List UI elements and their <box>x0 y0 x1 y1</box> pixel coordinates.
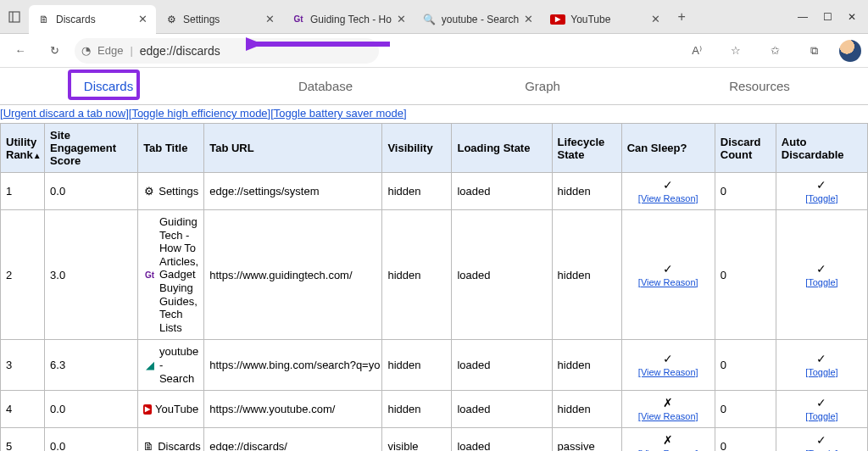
cell-rank: 4 <box>1 391 45 428</box>
close-icon[interactable]: ✕ <box>138 13 147 25</box>
cell-lifecycle: hidden <box>552 340 621 391</box>
cell-rank: 1 <box>1 173 45 210</box>
header-discard-count[interactable]: Discard Count <box>715 124 776 173</box>
browser-tab-search[interactable]: 🔍 youtube - Search ✕ <box>415 5 542 34</box>
gear-icon: ⚙ <box>164 13 178 26</box>
cell-visibility: hidden <box>382 173 452 210</box>
cell-title: ◢youtube - Search <box>138 340 204 391</box>
close-window-button[interactable]: ✕ <box>848 11 856 23</box>
header-auto-discardable[interactable]: Auto Discardable <box>776 124 867 173</box>
divider: | <box>130 44 132 57</box>
back-button[interactable]: ← <box>7 37 34 64</box>
avatar[interactable] <box>839 40 861 62</box>
browser-tab-settings[interactable]: ⚙ Settings ✕ <box>156 5 283 34</box>
tab-label: Settings <box>183 14 260 25</box>
collections-icon[interactable]: ⧉ <box>800 37 827 64</box>
view-reason-link[interactable]: [View Reason] <box>638 193 698 203</box>
browser-tab-guidingtech[interactable]: Gt Guiding Tech - Ho ✕ <box>283 5 415 34</box>
cell-auto-discardable: ✓[Toggle] <box>776 173 867 210</box>
cell-score: 6.3 <box>45 340 138 391</box>
cell-discard-count: 0 <box>715 210 776 340</box>
url-text: edge://discards <box>140 44 220 58</box>
cell-title: 🗎Discards <box>138 428 204 451</box>
toggle-link[interactable]: [Toggle] <box>805 277 838 287</box>
cell-rank: 2 <box>1 210 45 340</box>
tab-graph[interactable]: Graph <box>434 72 651 100</box>
tab-database[interactable]: Database <box>217 72 434 100</box>
header-tab-title[interactable]: Tab Title <box>138 124 204 173</box>
cell-can-sleep: ✓[View Reason] <box>621 340 715 391</box>
page-tabs: Discards Database Graph Resources <box>0 68 868 105</box>
new-tab-button[interactable]: + <box>669 9 694 25</box>
cell-rank: 5 <box>1 428 45 451</box>
tab-label: YouTube <box>570 14 646 25</box>
close-icon[interactable]: ✕ <box>651 13 660 25</box>
cell-discard-count: 0 <box>715 173 776 210</box>
header-lifecycle-state[interactable]: Lifecycle State <box>552 124 621 173</box>
header-utility-rank[interactable]: Utility Rank▲ <box>1 124 45 173</box>
read-aloud-icon[interactable]: A⁾ <box>683 37 710 64</box>
urgent-discard-link[interactable]: Urgent discard a tab now <box>3 107 126 120</box>
toggle-link[interactable]: [Toggle] <box>805 411 838 421</box>
tab-label: Guiding Tech - Ho <box>310 14 392 25</box>
view-reason-link[interactable]: [View Reason] <box>638 277 698 287</box>
view-reason-link[interactable]: [View Reason] <box>638 367 698 377</box>
cell-lifecycle: passive <box>552 428 621 451</box>
discards-table: Utility Rank▲ Site Engagement Score Tab … <box>0 123 868 451</box>
cell-rank: 3 <box>1 340 45 391</box>
table-row: 3 6.3 ◢youtube - Search https://www.bing… <box>1 340 868 391</box>
sort-asc-icon: ▲ <box>33 151 42 160</box>
minimize-button[interactable]: — <box>798 11 808 23</box>
cell-can-sleep: ✓[View Reason] <box>621 173 715 210</box>
toggle-link[interactable]: [Toggle] <box>805 367 838 377</box>
maximize-button[interactable]: ☐ <box>823 11 832 23</box>
header-visibility[interactable]: Visibility <box>382 124 452 173</box>
cell-title: ▶YouTube <box>138 391 204 428</box>
cell-auto-discardable: ✓[Toggle] <box>776 210 867 340</box>
gt-icon: Gt <box>292 13 305 26</box>
toolbar: ← ↻ ◔ Edge | edge://discards A⁾ ☆ ✩ ⧉ <box>0 34 868 68</box>
tab-actions-icon[interactable] <box>0 11 29 23</box>
cell-lifecycle: hidden <box>552 210 621 340</box>
browser-tab-youtube[interactable]: ▶ YouTube ✕ <box>542 5 669 34</box>
close-icon[interactable]: ✕ <box>397 13 406 25</box>
tab-discards[interactable]: Discards <box>0 72 217 100</box>
tab-label: youtube - Search <box>442 14 519 25</box>
address-bar[interactable]: ◔ Edge | edge://discards <box>75 38 379 64</box>
toggle-link[interactable]: [Toggle] <box>805 193 838 203</box>
toggle-battery-saver-link[interactable]: Toggle battery saver mode <box>274 107 403 120</box>
cell-url: https://www.guidingtech.com/ <box>204 210 382 340</box>
cell-url: edge://discards/ <box>204 428 382 451</box>
header-can-sleep[interactable]: Can Sleep? <box>621 124 715 173</box>
cell-visibility: hidden <box>382 210 452 340</box>
header-tab-url[interactable]: Tab URL <box>204 124 382 173</box>
cell-can-sleep: ✗[View Reason] <box>621 391 715 428</box>
cell-can-sleep: ✓[View Reason] <box>621 210 715 340</box>
cell-discard-count: 0 <box>715 391 776 428</box>
tab-resources[interactable]: Resources <box>651 72 868 100</box>
edge-icon: ◔ <box>81 44 91 57</box>
toggle-high-efficiency-link[interactable]: Toggle high efficiency mode <box>131 107 267 120</box>
cell-loading: loaded <box>452 340 552 391</box>
yt-icon: ▶ <box>550 14 565 25</box>
tab-label: Discards <box>56 14 133 25</box>
browser-tab-discards[interactable]: 🗎 Discards ✕ <box>29 5 156 34</box>
titlebar: 🗎 Discards ✕ ⚙ Settings ✕ Gt Guiding Tec… <box>0 0 868 34</box>
table-row: 2 3.0 GtGuiding Tech - How To Articles, … <box>1 210 868 340</box>
table-row: 5 0.0 🗎Discards edge://discards/ visible… <box>1 428 868 451</box>
close-icon[interactable]: ✕ <box>265 13 275 25</box>
cell-loading: loaded <box>452 210 552 340</box>
view-reason-link[interactable]: [View Reason] <box>638 411 698 421</box>
refresh-button[interactable]: ↻ <box>41 37 68 64</box>
favorites-bar-icon[interactable]: ✩ <box>761 37 788 64</box>
cell-score: 0.0 <box>45 173 138 210</box>
cell-loading: loaded <box>452 173 552 210</box>
header-engagement[interactable]: Site Engagement Score <box>45 124 138 173</box>
close-icon[interactable]: ✕ <box>524 13 533 25</box>
favorite-icon[interactable]: ☆ <box>722 37 749 64</box>
table-row: 4 0.0 ▶YouTube https://www.youtube.com/ … <box>1 391 868 428</box>
cell-url: edge://settings/system <box>204 173 382 210</box>
cell-auto-discardable: ✓[Toggle] <box>776 428 867 451</box>
svg-rect-0 <box>9 12 19 22</box>
header-loading-state[interactable]: Loading State <box>452 124 552 173</box>
